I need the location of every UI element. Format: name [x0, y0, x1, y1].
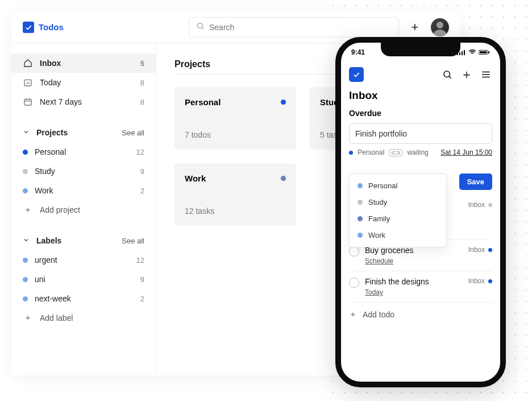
- battery-icon: [479, 49, 490, 55]
- sidebar-item-label: next-week: [35, 294, 134, 303]
- dot-icon: [488, 203, 492, 207]
- todo-title: Finish the designs: [365, 277, 463, 286]
- meta-tag-label[interactable]: waiting: [407, 148, 428, 156]
- task-meta-row: Personal ⊂⊃ waiting Sat 14 Jun 15:00: [349, 148, 492, 156]
- todo-schedule-link[interactable]: Today: [365, 288, 463, 296]
- search-input[interactable]: [209, 23, 392, 32]
- dropdown-item-work[interactable]: Work: [350, 227, 446, 243]
- task-input-value: Finish portfolio: [355, 129, 407, 138]
- add-button[interactable]: +: [406, 18, 424, 36]
- search-field[interactable]: [189, 17, 399, 38]
- svg-point-2: [437, 22, 443, 28]
- project-card-personal[interactable]: Personal 7 todos: [174, 87, 296, 150]
- logo-mark-icon[interactable]: [349, 67, 364, 82]
- project-dot-icon: [23, 150, 28, 155]
- svg-rect-16: [488, 51, 489, 53]
- save-button[interactable]: Save: [459, 173, 492, 190]
- inbox-badge: Inbox: [468, 201, 485, 209]
- phone-mockup: 9:41 ＋ Inbox Overdue Finish portfolio Pe…: [335, 37, 506, 387]
- sidebar-item-count: 2: [140, 295, 144, 303]
- sidebar-item-next7[interactable]: Next 7 days 8: [11, 92, 156, 111]
- project-dot-icon: [281, 176, 286, 181]
- add-label-button[interactable]: ＋ Add label: [11, 308, 156, 328]
- tag-icon: ⊂⊃: [389, 149, 402, 156]
- avatar[interactable]: [431, 18, 449, 36]
- sidebar-header-labels[interactable]: Labels See all: [11, 231, 156, 250]
- sidebar-section-title: Projects: [36, 128, 115, 137]
- svg-point-3: [433, 30, 447, 36]
- sidebar-item-label: Inbox: [40, 59, 134, 68]
- see-all-link[interactable]: See all: [122, 237, 144, 245]
- project-card-work[interactable]: Work 12 tasks: [174, 163, 296, 226]
- todo-schedule-link[interactable]: Schedule: [365, 257, 463, 265]
- chevron-down-icon: [23, 128, 30, 137]
- sidebar-item-count: 5: [140, 59, 144, 68]
- plus-icon: ＋: [23, 313, 33, 323]
- sidebar-item-label: uni: [35, 275, 134, 284]
- card-subtitle: 12 tasks: [185, 206, 286, 216]
- calendar-week-icon: [23, 97, 33, 107]
- meta-project-label[interactable]: Personal: [358, 148, 384, 156]
- menu-icon[interactable]: [480, 68, 492, 81]
- status-icons: [457, 49, 490, 55]
- sidebar: Inbox 5 28 Today 8 Next 7 days 8: [11, 43, 156, 375]
- sidebar-header-projects[interactable]: Projects See all: [11, 123, 156, 142]
- svg-rect-6: [24, 99, 31, 105]
- todo-item[interactable]: Finish the designs Today Inbox: [349, 271, 492, 302]
- sidebar-project-personal[interactable]: Personal 12: [11, 142, 156, 162]
- add-project-button[interactable]: ＋ Add project: [11, 200, 156, 220]
- dot-icon: [488, 279, 492, 283]
- svg-text:28: 28: [26, 81, 30, 85]
- sidebar-label-next-week[interactable]: next-week 2: [11, 289, 156, 308]
- plus-icon: ＋: [349, 309, 357, 320]
- phone-header: ＋: [341, 62, 500, 87]
- app-logo[interactable]: Todos: [23, 22, 64, 33]
- sidebar-project-work[interactable]: Work 2: [11, 181, 156, 200]
- project-dropdown: Personal Study Family Work: [349, 173, 447, 247]
- todo-checkbox[interactable]: [349, 278, 359, 288]
- overdue-section-label: Overdue: [349, 109, 492, 118]
- dropdown-wrap: Personal Study Family Work Save Inbox: [349, 160, 492, 222]
- svg-line-18: [449, 76, 451, 78]
- sidebar-item-label: Work: [35, 186, 134, 195]
- task-input[interactable]: Finish portfolio: [349, 123, 492, 144]
- add-label-label: Add label: [40, 313, 73, 323]
- dot-icon: [358, 200, 363, 205]
- card-title: Personal: [185, 97, 221, 107]
- plus-icon[interactable]: ＋: [460, 68, 473, 81]
- search-icon[interactable]: [441, 68, 454, 81]
- plus-icon: ＋: [23, 205, 33, 215]
- phone-notch: [381, 43, 460, 56]
- search-icon: [196, 22, 205, 32]
- dropdown-item-family[interactable]: Family: [350, 210, 446, 227]
- mobile-page-title: Inbox: [349, 89, 492, 102]
- sidebar-project-study[interactable]: Study 9: [11, 162, 156, 181]
- dropdown-item-study[interactable]: Study: [350, 194, 446, 210]
- logo-mark-icon: [23, 22, 34, 33]
- sidebar-section-title: Labels: [36, 236, 115, 245]
- see-all-link[interactable]: See all: [122, 129, 144, 137]
- sidebar-item-count: 8: [140, 98, 144, 106]
- todo-checkbox[interactable]: [349, 246, 359, 257]
- sidebar-item-count: 8: [140, 78, 144, 87]
- sidebar-label-uni[interactable]: uni 9: [11, 270, 156, 289]
- sidebar-item-count: 9: [140, 275, 144, 284]
- sidebar-item-count: 12: [136, 256, 144, 264]
- add-project-label: Add project: [40, 205, 80, 214]
- sidebar-item-count: 9: [140, 167, 144, 176]
- meta-project-dot-icon: [349, 151, 353, 155]
- card-subtitle: 7 todos: [185, 130, 286, 139]
- dot-icon: [488, 248, 492, 252]
- home-icon: [23, 58, 33, 68]
- chevron-down-icon: [23, 236, 30, 245]
- dropdown-item-personal[interactable]: Personal: [350, 177, 446, 194]
- dropdown-item-label: Personal: [368, 181, 397, 190]
- sidebar-label-urgent[interactable]: urgent 12: [11, 250, 156, 270]
- sidebar-item-today[interactable]: 28 Today 8: [11, 73, 156, 92]
- sidebar-item-count: 12: [136, 148, 144, 156]
- meta-date[interactable]: Sat 14 Jun 15:00: [440, 148, 492, 156]
- sidebar-item-inbox[interactable]: Inbox 5: [11, 53, 156, 73]
- dropdown-item-label: Family: [368, 214, 390, 223]
- add-todo-button[interactable]: ＋ Add todo: [349, 302, 492, 326]
- label-dot-icon: [23, 277, 28, 282]
